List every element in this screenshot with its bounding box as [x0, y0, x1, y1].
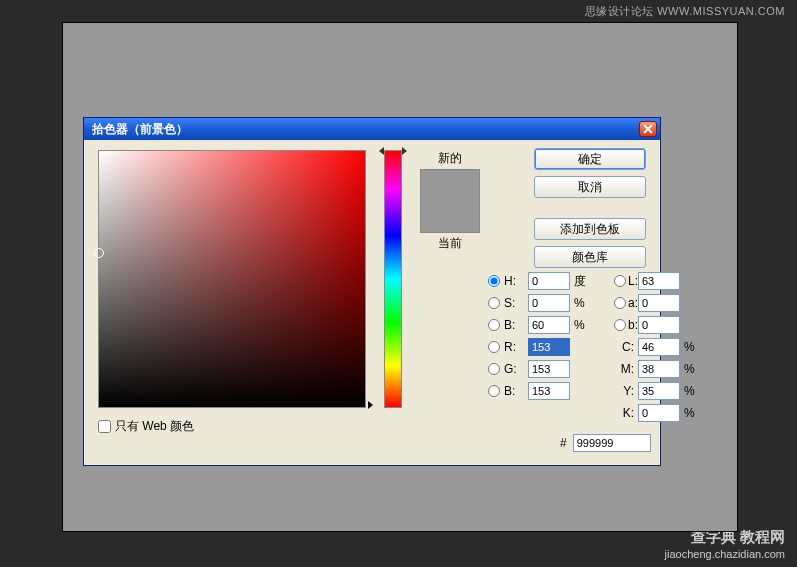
color-libraries-button[interactable]: 颜色库	[534, 246, 646, 268]
b-lab-label: b:	[628, 318, 638, 332]
web-colors-only-label: 只有 Web 颜色	[115, 418, 194, 435]
b-lab-radio[interactable]	[614, 319, 626, 331]
k-unit: %	[682, 406, 696, 420]
b-rgb-field[interactable]	[528, 382, 570, 400]
b-lab-field[interactable]	[638, 316, 680, 334]
g-label: G:	[504, 362, 526, 376]
a-field[interactable]	[638, 294, 680, 312]
hue-slider[interactable]	[384, 150, 402, 408]
b-hsb-unit: %	[572, 318, 588, 332]
r-radio[interactable]	[488, 341, 500, 353]
l-radio[interactable]	[614, 275, 626, 287]
k-field[interactable]	[638, 404, 680, 422]
watermark-url: jiaocheng.chazidian.com	[665, 547, 785, 561]
hex-field[interactable]	[573, 434, 651, 452]
h-label: H:	[504, 274, 526, 288]
l-field[interactable]	[638, 272, 680, 290]
g-field[interactable]	[528, 360, 570, 378]
m-label: M:	[614, 362, 636, 376]
web-colors-only-input[interactable]	[98, 420, 111, 433]
y-label: Y:	[614, 384, 636, 398]
hex-prefix: #	[560, 436, 567, 450]
s-label: S:	[504, 296, 526, 310]
b-rgb-label: B:	[504, 384, 526, 398]
color-field-arrow-icon	[366, 150, 374, 408]
cancel-button[interactable]: 取消	[534, 176, 646, 198]
l-label: L:	[628, 274, 638, 288]
close-icon	[643, 124, 653, 134]
m-unit: %	[682, 362, 696, 376]
titlebar[interactable]: 拾色器（前景色）	[84, 118, 660, 140]
s-field[interactable]	[528, 294, 570, 312]
h-field[interactable]	[528, 272, 570, 290]
a-label: a:	[628, 296, 638, 310]
new-color-label: 新的	[438, 150, 462, 167]
a-radio[interactable]	[614, 297, 626, 309]
ok-button[interactable]: 确定	[534, 148, 646, 170]
y-field[interactable]	[638, 382, 680, 400]
b-hsb-radio[interactable]	[488, 319, 500, 331]
watermark-top: 思缘设计论坛 WWW.MISSYUAN.COM	[585, 4, 785, 19]
c-unit: %	[682, 340, 696, 354]
b-rgb-radio[interactable]	[488, 385, 500, 397]
color-picker-dialog: 拾色器（前景色） 只有 Web 颜色 新的	[83, 117, 661, 466]
watermark-bottom: 查字典 教程网 jiaocheng.chazidian.com	[665, 527, 785, 561]
web-colors-only-checkbox[interactable]: 只有 Web 颜色	[98, 418, 402, 435]
hue-marker-icon	[379, 147, 407, 155]
current-color-label: 当前	[438, 235, 462, 252]
current-color-swatch[interactable]	[421, 201, 479, 232]
b-hsb-field[interactable]	[528, 316, 570, 334]
c-field[interactable]	[638, 338, 680, 356]
r-label: R:	[504, 340, 526, 354]
s-unit: %	[572, 296, 588, 310]
new-color-swatch[interactable]	[421, 170, 479, 201]
c-label: C:	[614, 340, 636, 354]
close-button[interactable]	[639, 121, 657, 137]
color-swatch	[420, 169, 480, 233]
y-unit: %	[682, 384, 696, 398]
g-radio[interactable]	[488, 363, 500, 375]
dialog-title: 拾色器（前景色）	[92, 121, 188, 138]
b-hsb-label: B:	[504, 318, 526, 332]
r-field[interactable]	[528, 338, 570, 356]
h-unit: 度	[572, 273, 588, 290]
s-radio[interactable]	[488, 297, 500, 309]
add-to-swatches-button[interactable]: 添加到色板	[534, 218, 646, 240]
color-field[interactable]	[98, 150, 366, 408]
k-label: K:	[614, 406, 636, 420]
h-radio[interactable]	[488, 275, 500, 287]
m-field[interactable]	[638, 360, 680, 378]
color-field-marker	[94, 248, 104, 258]
